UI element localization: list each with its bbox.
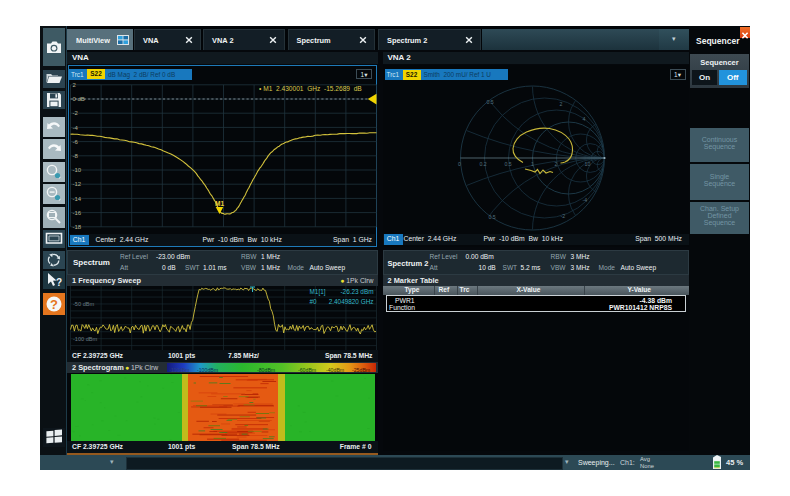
svg-text:-4: -4	[72, 124, 78, 130]
svg-text:10: 10	[584, 161, 590, 167]
svg-text:-4: -4	[582, 197, 587, 203]
svg-text:-12: -12	[72, 181, 81, 187]
svg-text:• M1 2.430001 GHz -15.2689: • M1 2.430001 GHz -15.2689 dB	[259, 85, 362, 92]
svg-text:-50 dBm: -50 dBm	[73, 301, 94, 307]
svg-text:2: 2	[554, 161, 557, 167]
svg-text:-2: -2	[72, 110, 78, 116]
svg-text:-100 dBm: -100 dBm	[73, 335, 98, 341]
svg-text:0.5: 0.5	[488, 214, 495, 220]
svg-text:-10: -10	[72, 167, 81, 173]
svg-text:0.2: 0.2	[479, 161, 486, 167]
svg-text:M1: M1	[214, 199, 223, 206]
svg-text:-2: -2	[560, 213, 565, 219]
svg-text:?: ?	[56, 277, 62, 288]
svg-text:1: 1	[531, 161, 534, 167]
svg-text:?: ?	[50, 297, 58, 312]
svg-text:M1[1]: M1[1]	[309, 287, 325, 295]
svg-text:0.5: 0.5	[504, 161, 511, 167]
svg-text:-8: -8	[72, 153, 78, 159]
svg-text:0 dB: 0 dB	[72, 96, 84, 102]
svg-text:-14: -14	[72, 195, 81, 201]
svg-text:4: 4	[582, 116, 585, 122]
svg-text:#0: #0	[309, 298, 317, 305]
svg-text:2: 2	[559, 101, 562, 107]
svg-text:-26.23 dBm: -26.23 dBm	[340, 287, 373, 294]
svg-text:0: 0	[458, 161, 461, 167]
svg-text:-18: -18	[72, 224, 81, 230]
svg-text:-16: -16	[72, 209, 81, 215]
svg-text:-6: -6	[72, 138, 78, 144]
svg-text:2.4049820 GHz: 2.4049820 GHz	[328, 298, 373, 305]
svg-text:0.5: 0.5	[486, 99, 493, 105]
